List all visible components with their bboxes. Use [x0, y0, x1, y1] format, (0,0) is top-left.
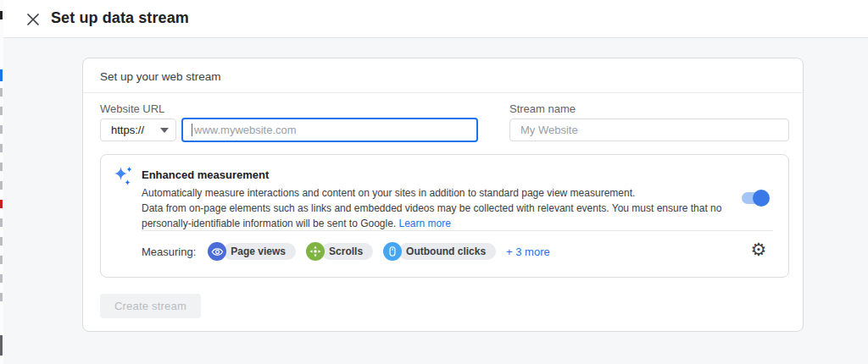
create-stream-button[interactable]: Create stream — [100, 294, 201, 318]
eye-icon — [208, 242, 226, 261]
enhanced-measurement-toggle[interactable] — [742, 190, 765, 207]
chip-label: Outbound clicks — [398, 243, 496, 260]
web-stream-card: Set up your web stream Website URL https… — [82, 58, 804, 332]
divider — [83, 92, 803, 93]
toggle-thumb — [753, 190, 770, 207]
chip-outbound-clicks: Outbound clicks — [383, 242, 496, 261]
chevron-down-icon — [160, 128, 169, 133]
measuring-label: Measuring: — [142, 245, 196, 258]
background-page-sliver — [0, 0, 3, 364]
enhanced-measurement-box: Enhanced measurement Automatically measu… — [100, 154, 789, 278]
chip-scrolls: Scrolls — [306, 242, 373, 261]
website-url-input[interactable] — [181, 118, 478, 142]
protocol-select[interactable]: https:// — [100, 119, 176, 141]
mouse-icon — [383, 242, 402, 261]
chip-page-views: Page views — [208, 242, 296, 261]
setup-data-stream-screen: Set up data stream Set up your web strea… — [0, 0, 868, 364]
learn-more-link[interactable]: Learn more — [399, 218, 451, 229]
chip-label: Page views — [223, 243, 296, 260]
close-icon[interactable] — [24, 10, 42, 29]
enhanced-measurement-title: Enhanced measurement — [142, 168, 269, 181]
stream-name-input[interactable] — [509, 119, 789, 141]
card-title: Set up your web stream — [100, 70, 221, 83]
divider — [142, 230, 773, 231]
dialog-header: Set up data stream — [0, 0, 868, 38]
close-icon-glyph — [26, 13, 40, 26]
protocol-value: https:// — [111, 124, 160, 136]
gear-icon[interactable]: ⚙ — [748, 239, 770, 261]
text-caret — [192, 124, 192, 136]
scroll-icon — [306, 242, 325, 261]
sparkle-icon — [113, 165, 135, 187]
website-url-label: Website URL — [100, 102, 164, 115]
more-measurements-link[interactable]: + 3 more — [506, 245, 550, 258]
enhanced-measurement-description: Automatically measure interactions and c… — [142, 185, 742, 231]
stream-name-label: Stream name — [509, 102, 576, 115]
chip-label: Scrolls — [321, 243, 373, 260]
measuring-row: Measuring: Page views — [142, 242, 550, 261]
description-line: Automatically measure interactions and c… — [142, 187, 635, 199]
page-title: Set up data stream — [51, 9, 189, 27]
